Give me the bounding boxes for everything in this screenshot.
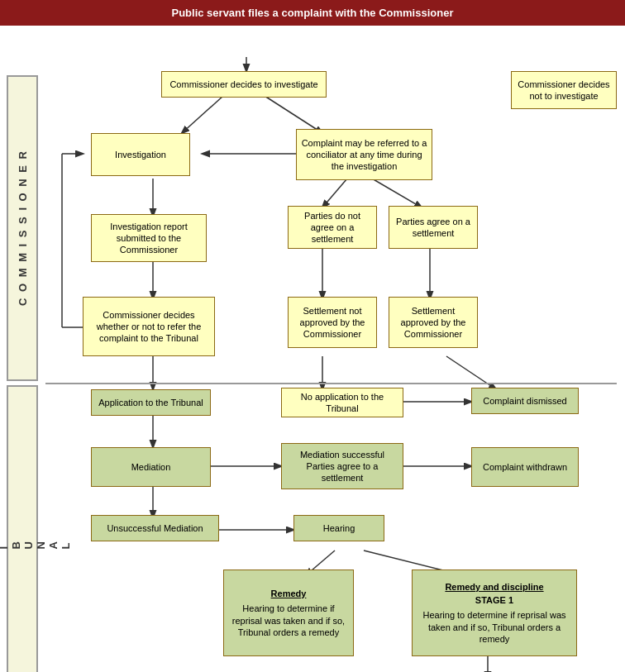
commissioner-not-investigate-box: Commissioner decides not to investigate bbox=[511, 71, 617, 109]
settlement-not-approved-box: Settlement not approved by the Commissio… bbox=[288, 297, 377, 348]
svg-line-2 bbox=[265, 96, 322, 133]
complaint-withdrawn-text: Complaint withdrawn bbox=[483, 461, 567, 473]
parties-not-agree-text: Parties do not agree on a settlement bbox=[293, 210, 372, 245]
remedy-discipline-body: Hearing to determine if reprisal was tak… bbox=[419, 609, 570, 645]
commissioner-label-text: C O M M I S S I O N E R bbox=[17, 150, 29, 306]
remedy-discipline-title: Remedy and discipline bbox=[445, 581, 543, 593]
tribunal-label: TRIBUNAL bbox=[7, 385, 38, 672]
unsuccessful-mediation-box: Unsuccessful Mediation bbox=[91, 515, 219, 541]
commissioner-investigates-text: Commissioner decides to investigate bbox=[169, 79, 317, 90]
parties-agree-text: Parties agree on a settlement bbox=[394, 216, 473, 240]
parties-agree-box: Parties agree on a settlement bbox=[389, 206, 478, 249]
complaint-withdrawn-box: Complaint withdrawn bbox=[471, 447, 579, 487]
application-tribunal-box: Application to the Tribunal bbox=[91, 389, 211, 416]
svg-line-3 bbox=[322, 179, 347, 207]
mediation-successful-box: Mediation successful Parties agree to a … bbox=[281, 443, 403, 489]
complaint-dismissed-box: Complaint dismissed bbox=[471, 388, 579, 414]
complaint-referred-box: Complaint may be referred to a conciliat… bbox=[296, 129, 432, 180]
top-banner: Public servant files a complaint with th… bbox=[0, 0, 625, 26]
mediation-text: Mediation bbox=[131, 461, 171, 473]
tribunal-label-text: TRIBUNAL bbox=[0, 540, 72, 549]
svg-line-4 bbox=[372, 179, 422, 207]
commissioner-label: C O M M I S S I O N E R bbox=[7, 75, 38, 381]
remedy-box: Remedy Hearing to determine if reprisal … bbox=[223, 570, 354, 656]
investigation-report-text: Investigation report submitted to the Co… bbox=[96, 221, 202, 256]
remedy-title: Remedy bbox=[271, 588, 307, 599]
settlement-approved-text: Settlement approved by the Commissioner bbox=[394, 305, 473, 341]
remedy-discipline-stage1: STAGE 1 bbox=[475, 594, 513, 606]
unsuccessful-mediation-text: Unsuccessful Mediation bbox=[107, 522, 203, 534]
flowchart: Public servant files a complaint with th… bbox=[0, 0, 625, 672]
settlement-approved-box: Settlement approved by the Commissioner bbox=[389, 297, 478, 348]
no-application-box: No application to the Tribunal bbox=[281, 388, 403, 417]
hearing-text: Hearing bbox=[323, 522, 355, 534]
remedy-body: Hearing to determine if reprisal was tak… bbox=[231, 603, 346, 638]
investigation-report-box: Investigation report submitted to the Co… bbox=[91, 214, 207, 262]
parties-not-agree-box: Parties do not agree on a settlement bbox=[288, 206, 377, 249]
investigation-text: Investigation bbox=[115, 149, 166, 160]
commissioner-investigates-box: Commissioner decides to investigate bbox=[161, 71, 327, 98]
investigation-box: Investigation bbox=[91, 133, 190, 176]
hearing-box: Hearing bbox=[293, 515, 384, 541]
commissioner-not-investigate-text: Commissioner decides not to investigate bbox=[516, 79, 612, 102]
svg-line-1 bbox=[182, 96, 223, 133]
svg-line-12 bbox=[446, 356, 496, 389]
application-tribunal-text: Application to the Tribunal bbox=[98, 397, 203, 408]
mediation-successful-text: Mediation successful Parties agree to a … bbox=[286, 449, 398, 484]
section-separator bbox=[45, 383, 617, 384]
commissioner-decides-text: Commissioner decides whether or not to r… bbox=[88, 309, 210, 345]
mediation-box: Mediation bbox=[91, 447, 211, 487]
complaint-dismissed-text: Complaint dismissed bbox=[483, 395, 566, 407]
remedy-discipline-box: Remedy and discipline STAGE 1 Hearing to… bbox=[412, 570, 577, 656]
commissioner-decides-box: Commissioner decides whether or not to r… bbox=[83, 297, 215, 356]
settlement-not-approved-text: Settlement not approved by the Commissio… bbox=[293, 305, 372, 341]
no-application-text: No application to the Tribunal bbox=[286, 391, 398, 415]
complaint-referred-text: Complaint may be referred to a conciliat… bbox=[301, 137, 427, 173]
